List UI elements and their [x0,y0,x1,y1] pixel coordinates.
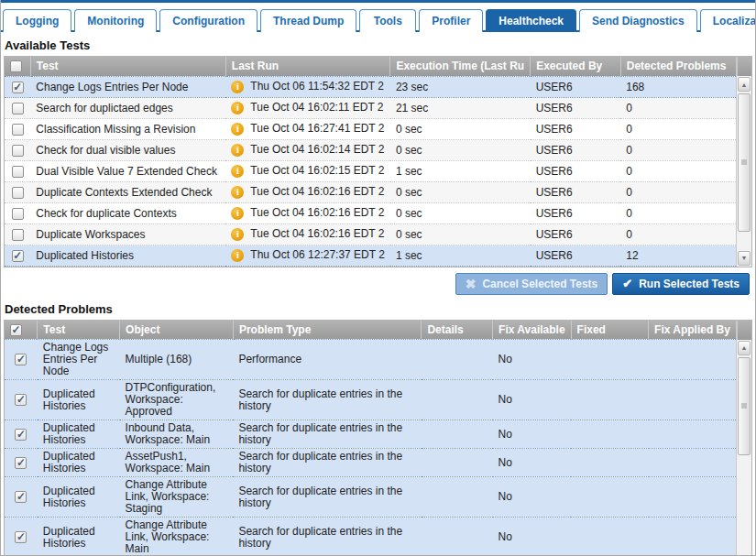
test-name-cell: Classification Missing a Revision [30,118,225,139]
scrollbar-thumb[interactable] [738,357,751,455]
execution-time-cell: 1 sec [390,160,531,181]
execution-time-cell: 1 sec [390,245,531,266]
detected-problem-row[interactable]: ✓Duplicated HistoriesDTPConfiguration, W… [5,380,736,420]
test-row-checkbox[interactable] [12,187,24,199]
row-select-cell [5,223,30,245]
column-header-detected-problems[interactable]: Detected Problems [620,57,736,76]
run-selected-tests-button[interactable]: ✔ Run Selected Tests [612,273,750,295]
problem-row-checkbox[interactable]: ✓ [15,457,27,469]
column-header-last-run[interactable]: Last Run [225,57,390,76]
fix-applied-by-cell [649,449,736,477]
available-test-row[interactable]: ✓Duplicated HistoriesiThu Oct 06 12:27:3… [5,245,736,266]
detected-problem-row[interactable]: ✓Duplicated HistoriesChange Attribute Li… [5,518,736,556]
scroll-up-button[interactable]: ▲ [738,341,751,355]
tab-logging[interactable]: Logging [3,9,71,32]
scroll-down-button[interactable]: ▼ [738,251,751,266]
detected-problem-row[interactable]: ✓Duplicated HistoriesInbound Data, Works… [5,420,736,449]
tab-localization[interactable]: Localization [700,9,756,32]
column-header-execution-time[interactable]: Execution Time (Last Ru [390,57,531,76]
fixed-cell [571,477,648,518]
select-all-tests-header[interactable] [5,57,30,76]
fix-applied-by-cell [649,380,736,420]
available-test-row[interactable]: Search for duplictaed edgesiTue Oct 04 1… [5,97,736,118]
last-run-cell: iThu Oct 06 11:54:32 EDT 2 [225,76,390,97]
row-select-cell: ✓ [5,449,38,477]
available-test-row[interactable]: Duplicate Contexts Extended CheckiTue Oc… [5,181,736,202]
test-row-checkbox[interactable] [12,124,24,136]
column-header-problem-test[interactable]: Test [38,321,120,340]
executed-by-cell: USER6 [531,118,621,139]
tab-tools[interactable]: Tools [359,9,416,32]
select-all-tests-checkbox[interactable] [10,60,22,72]
available-test-row[interactable]: Classification Missing a RevisioniTue Oc… [5,118,736,139]
fixed-cell [571,518,648,556]
available-test-row[interactable]: Check for dual visible valuesiTue Oct 04… [5,139,736,160]
problem-row-checkbox[interactable]: ✓ [15,491,27,503]
problem-row-checkbox[interactable]: ✓ [15,429,27,441]
problem-type-cell: Search for duplicate entries in the hist… [233,380,422,420]
info-icon: i [231,249,244,262]
execution-time-cell: 23 sec [390,76,531,97]
cancel-selected-tests-button[interactable]: ✖ Cancel Selected Tests [455,273,608,295]
row-select-cell: ✓ [5,76,30,97]
available-tests-table: Test Last Run Execution Time (Last Ru Ex… [4,56,752,267]
tab-thread-dump[interactable]: Thread Dump [260,9,356,32]
run-check-icon: ✔ [622,278,632,289]
column-header-fix-applied-by[interactable]: Fix Applied By [649,321,736,340]
detected-problems-title: Detected Problems [5,302,752,316]
tab-send-diagnostics[interactable]: Send Diagnostics [579,9,697,32]
problem-row-checkbox[interactable]: ✓ [15,531,27,543]
select-all-problems-checkbox[interactable]: ✓ [10,324,22,336]
detected-problem-row[interactable]: ✓Change Logs Entries Per NodeMultiple (1… [5,340,736,380]
test-row-checkbox[interactable]: ✓ [12,250,24,262]
detected-problems-scrollbar[interactable]: ▲ ▼ [736,321,751,556]
test-row-checkbox[interactable] [12,166,24,178]
row-select-cell [5,181,30,202]
detected-problems-count-cell: 0 [620,181,736,202]
available-test-row[interactable]: ✓Change Logs Entries Per NodeiThu Oct 06… [5,76,736,97]
tab-profiler[interactable]: Profiler [419,9,483,32]
test-row-checkbox[interactable] [12,229,24,241]
row-select-cell: ✓ [5,340,38,380]
tab-healthcheck[interactable]: Healthcheck [486,9,576,32]
detected-problem-row[interactable]: ✓Duplicated HistoriesChange Attribute Li… [5,477,736,518]
problem-row-checkbox[interactable]: ✓ [15,394,27,406]
execution-time-cell: 0 sec [390,139,531,160]
scrollbar-header-cap [737,57,751,76]
test-row-checkbox[interactable] [12,103,24,114]
scrollbar-track[interactable] [737,93,751,250]
column-header-problem-type[interactable]: Problem Type [233,321,422,340]
column-header-object[interactable]: Object [120,321,234,340]
test-row-checkbox[interactable] [12,145,24,157]
problem-row-checkbox[interactable]: ✓ [15,354,27,365]
problem-test-cell: Duplicated Histories [38,420,120,449]
column-header-executed-by[interactable]: Executed By [531,57,621,76]
row-select-cell [5,118,30,139]
executed-by-cell: USER6 [531,245,621,266]
tab-configuration[interactable]: Configuration [159,9,257,32]
available-tests-scrollbar[interactable]: ▲ ▼ [736,57,751,267]
scrollbar-header-cap [737,321,751,340]
scrollbar-thumb[interactable] [738,93,751,232]
available-test-row[interactable]: Dual Visible Value 7 Extended CheckiTue … [5,160,736,181]
available-test-row[interactable]: Duplicate WorkspacesiTue Oct 04 16:02:16… [5,223,736,245]
test-row-checkbox[interactable]: ✓ [12,82,24,93]
column-header-fix-available[interactable]: Fix Available [493,321,571,340]
scroll-up-button[interactable]: ▲ [738,77,751,92]
tab-monitoring[interactable]: Monitoring [74,9,157,32]
test-row-checkbox[interactable] [12,208,24,220]
column-header-test[interactable]: Test [30,57,225,76]
detected-problem-row[interactable]: ✓Duplicated HistoriesAssetPush1, Workspa… [5,449,736,477]
scrollbar-track[interactable] [737,356,751,556]
problem-test-cell: Duplicated Histories [38,449,120,477]
column-header-fixed[interactable]: Fixed [571,321,648,340]
available-test-row[interactable]: Check for duplicate ContextsiTue Oct 04 … [5,202,736,223]
problem-object-cell: Change Attribute Link, Workspace: Main [120,518,234,556]
healthcheck-page: LoggingMonitoringConfigurationThread Dum… [0,0,756,556]
select-all-problems-header[interactable]: ✓ [5,321,38,340]
problem-type-cell: Search for duplicate entries in the hist… [233,420,422,449]
detected-problems-count-cell: 0 [620,223,736,245]
info-icon: i [231,207,244,220]
column-header-details[interactable]: Details [422,321,493,340]
problem-details-cell [422,420,493,449]
